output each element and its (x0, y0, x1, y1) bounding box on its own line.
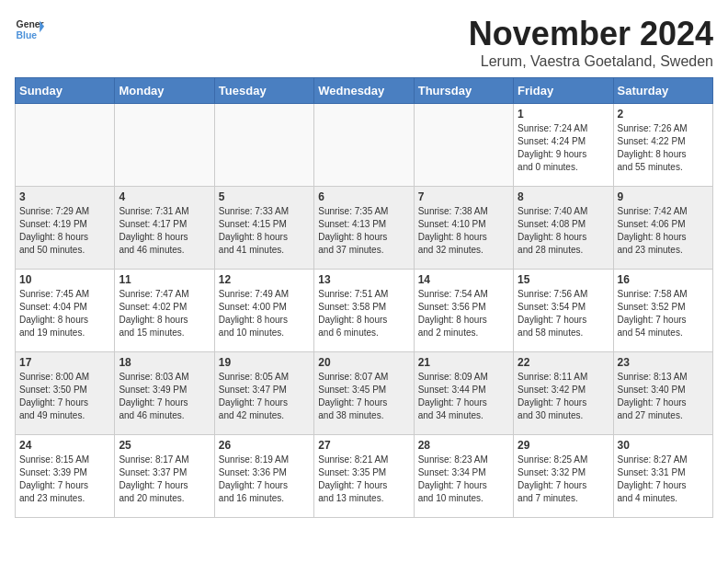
day-info: Sunrise: 7:49 AM Sunset: 4:00 PM Dayligh… (219, 288, 310, 339)
header-friday: Friday (514, 78, 613, 104)
calendar-cell: 22Sunrise: 8:11 AM Sunset: 3:42 PM Dayli… (514, 352, 613, 435)
day-info: Sunrise: 8:19 AM Sunset: 3:36 PM Dayligh… (219, 454, 310, 505)
day-info: Sunrise: 7:31 AM Sunset: 4:17 PM Dayligh… (119, 205, 210, 257)
calendar-cell: 1Sunrise: 7:24 AM Sunset: 4:24 PM Daylig… (514, 104, 613, 187)
day-info: Sunrise: 8:17 AM Sunset: 3:37 PM Dayligh… (119, 454, 210, 505)
day-number: 1 (518, 108, 609, 121)
day-info: Sunrise: 7:26 AM Sunset: 4:22 PM Dayligh… (618, 122, 709, 174)
calendar-cell: 24Sunrise: 8:15 AM Sunset: 3:39 PM Dayli… (16, 435, 115, 518)
calendar-table: SundayMondayTuesdayWednesdayThursdayFrid… (15, 77, 713, 518)
calendar-cell: 8Sunrise: 7:40 AM Sunset: 4:08 PM Daylig… (514, 187, 613, 270)
day-number: 29 (518, 439, 609, 452)
calendar-header-row: SundayMondayTuesdayWednesdayThursdayFrid… (16, 78, 713, 104)
day-number: 4 (119, 190, 210, 203)
header-thursday: Thursday (414, 78, 513, 104)
calendar-cell: 19Sunrise: 8:05 AM Sunset: 3:47 PM Dayli… (214, 352, 313, 435)
calendar-cell (16, 104, 115, 187)
day-number: 25 (119, 439, 210, 452)
calendar-cell: 6Sunrise: 7:35 AM Sunset: 4:13 PM Daylig… (314, 187, 414, 270)
calendar-cell (115, 104, 214, 187)
calendar-week-5: 24Sunrise: 8:15 AM Sunset: 3:39 PM Dayli… (16, 435, 713, 518)
day-info: Sunrise: 8:00 AM Sunset: 3:50 PM Dayligh… (19, 371, 110, 422)
day-number: 30 (618, 439, 709, 452)
calendar-cell (314, 104, 414, 187)
day-info: Sunrise: 7:56 AM Sunset: 3:54 PM Dayligh… (518, 288, 609, 339)
day-info: Sunrise: 7:58 AM Sunset: 3:52 PM Dayligh… (618, 288, 709, 339)
logo: General Blue (15, 15, 44, 44)
calendar-cell: 7Sunrise: 7:38 AM Sunset: 4:10 PM Daylig… (414, 187, 513, 270)
header-sunday: Sunday (16, 78, 115, 104)
day-number: 2 (618, 108, 709, 121)
day-info: Sunrise: 7:42 AM Sunset: 4:06 PM Dayligh… (618, 205, 709, 257)
day-info: Sunrise: 8:13 AM Sunset: 3:40 PM Dayligh… (618, 371, 709, 422)
day-info: Sunrise: 8:23 AM Sunset: 3:34 PM Dayligh… (418, 454, 509, 505)
calendar-week-1: 1Sunrise: 7:24 AM Sunset: 4:24 PM Daylig… (16, 104, 713, 187)
calendar-cell: 15Sunrise: 7:56 AM Sunset: 3:54 PM Dayli… (514, 270, 613, 352)
day-number: 12 (219, 273, 310, 286)
day-number: 14 (418, 273, 509, 286)
day-info: Sunrise: 7:54 AM Sunset: 3:56 PM Dayligh… (418, 288, 509, 339)
day-number: 22 (518, 356, 609, 369)
calendar-cell: 27Sunrise: 8:21 AM Sunset: 3:35 PM Dayli… (314, 435, 414, 518)
day-info: Sunrise: 7:29 AM Sunset: 4:19 PM Dayligh… (19, 205, 110, 257)
calendar-cell: 21Sunrise: 8:09 AM Sunset: 3:44 PM Dayli… (414, 352, 513, 435)
day-number: 23 (618, 356, 709, 369)
day-info: Sunrise: 7:24 AM Sunset: 4:24 PM Dayligh… (518, 122, 609, 174)
calendar-cell: 28Sunrise: 8:23 AM Sunset: 3:34 PM Dayli… (414, 435, 513, 518)
calendar-cell: 17Sunrise: 8:00 AM Sunset: 3:50 PM Dayli… (16, 352, 115, 435)
calendar-cell (214, 104, 313, 187)
calendar-cell: 26Sunrise: 8:19 AM Sunset: 3:36 PM Dayli… (214, 435, 313, 518)
day-info: Sunrise: 8:03 AM Sunset: 3:49 PM Dayligh… (119, 371, 210, 422)
calendar-week-2: 3Sunrise: 7:29 AM Sunset: 4:19 PM Daylig… (16, 187, 713, 270)
location-subtitle: Lerum, Vaestra Goetaland, Sweden (469, 53, 713, 70)
day-info: Sunrise: 7:51 AM Sunset: 3:58 PM Dayligh… (318, 288, 409, 339)
header-wednesday: Wednesday (314, 78, 414, 104)
day-info: Sunrise: 7:38 AM Sunset: 4:10 PM Dayligh… (418, 205, 509, 257)
day-number: 18 (119, 356, 210, 369)
header-saturday: Saturday (613, 78, 712, 104)
calendar-cell: 9Sunrise: 7:42 AM Sunset: 4:06 PM Daylig… (613, 187, 712, 270)
day-info: Sunrise: 8:09 AM Sunset: 3:44 PM Dayligh… (418, 371, 509, 422)
calendar-week-4: 17Sunrise: 8:00 AM Sunset: 3:50 PM Dayli… (16, 352, 713, 435)
calendar-cell: 13Sunrise: 7:51 AM Sunset: 3:58 PM Dayli… (314, 270, 414, 352)
day-number: 13 (318, 273, 409, 286)
day-info: Sunrise: 8:15 AM Sunset: 3:39 PM Dayligh… (19, 454, 110, 505)
day-number: 10 (19, 273, 110, 286)
day-info: Sunrise: 7:35 AM Sunset: 4:13 PM Dayligh… (318, 205, 409, 257)
day-number: 5 (219, 190, 310, 203)
title-area: November 2024 Lerum, Vaestra Goetaland, … (469, 15, 713, 70)
day-info: Sunrise: 8:25 AM Sunset: 3:32 PM Dayligh… (518, 454, 609, 505)
calendar-cell: 14Sunrise: 7:54 AM Sunset: 3:56 PM Dayli… (414, 270, 513, 352)
calendar-cell: 2Sunrise: 7:26 AM Sunset: 4:22 PM Daylig… (613, 104, 712, 187)
month-title: November 2024 (469, 15, 713, 53)
day-number: 8 (518, 190, 609, 203)
day-info: Sunrise: 8:11 AM Sunset: 3:42 PM Dayligh… (518, 371, 609, 422)
day-number: 9 (618, 190, 709, 203)
calendar-cell: 29Sunrise: 8:25 AM Sunset: 3:32 PM Dayli… (514, 435, 613, 518)
calendar-cell (414, 104, 513, 187)
day-number: 27 (318, 439, 409, 452)
day-info: Sunrise: 8:07 AM Sunset: 3:45 PM Dayligh… (318, 371, 409, 422)
day-number: 11 (119, 273, 210, 286)
calendar-cell: 10Sunrise: 7:45 AM Sunset: 4:04 PM Dayli… (16, 270, 115, 352)
day-number: 6 (318, 190, 409, 203)
svg-text:Blue: Blue (17, 30, 38, 40)
calendar-cell: 5Sunrise: 7:33 AM Sunset: 4:15 PM Daylig… (214, 187, 313, 270)
day-info: Sunrise: 7:47 AM Sunset: 4:02 PM Dayligh… (119, 288, 210, 339)
calendar-cell: 3Sunrise: 7:29 AM Sunset: 4:19 PM Daylig… (16, 187, 115, 270)
day-number: 19 (219, 356, 310, 369)
calendar-cell: 25Sunrise: 8:17 AM Sunset: 3:37 PM Dayli… (115, 435, 214, 518)
day-number: 3 (19, 190, 110, 203)
calendar-cell: 12Sunrise: 7:49 AM Sunset: 4:00 PM Dayli… (214, 270, 313, 352)
calendar-cell: 20Sunrise: 8:07 AM Sunset: 3:45 PM Dayli… (314, 352, 414, 435)
day-number: 15 (518, 273, 609, 286)
day-info: Sunrise: 8:05 AM Sunset: 3:47 PM Dayligh… (219, 371, 310, 422)
logo-icon: General Blue (15, 15, 44, 44)
header-monday: Monday (115, 78, 214, 104)
day-number: 24 (19, 439, 110, 452)
calendar-cell: 30Sunrise: 8:27 AM Sunset: 3:31 PM Dayli… (613, 435, 712, 518)
day-number: 16 (618, 273, 709, 286)
day-number: 17 (19, 356, 110, 369)
day-number: 26 (219, 439, 310, 452)
day-number: 7 (418, 190, 509, 203)
